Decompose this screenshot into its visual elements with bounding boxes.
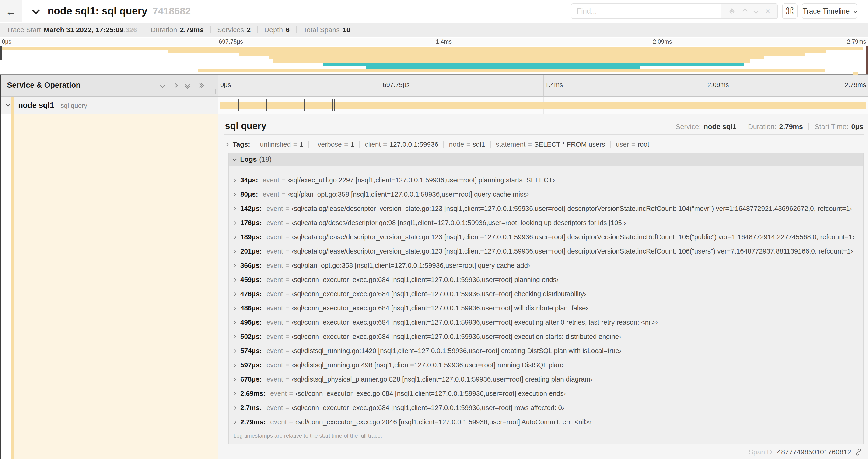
view-selector-button[interactable]: Trace Timeline bbox=[802, 3, 857, 19]
minimap-span bbox=[0, 47, 863, 50]
log-row[interactable]: 574μs:event=‹sql/distsql_running.go:1420… bbox=[233, 344, 863, 358]
collapse-trace-chevron-icon[interactable] bbox=[32, 6, 40, 14]
expand-one-icon[interactable] bbox=[173, 83, 178, 88]
deep-link-icon[interactable] bbox=[855, 448, 862, 456]
log-row[interactable]: 495μs:event=‹sql/conn_executor_exec.go:6… bbox=[233, 315, 863, 330]
tags-row[interactable]: Tags: _unfinished=1_verbose=1client=127.… bbox=[225, 138, 649, 151]
find-prev-icon[interactable] bbox=[742, 9, 748, 14]
chevron-right-icon bbox=[233, 363, 236, 367]
log-row[interactable]: 476μs:event=‹sql/conn_executor_exec.go:6… bbox=[233, 287, 863, 301]
locate-icon[interactable] bbox=[728, 7, 736, 15]
log-field-key: event bbox=[267, 276, 283, 284]
tick-label: 0μs bbox=[0, 38, 11, 45]
log-equals: = bbox=[282, 176, 286, 184]
log-row[interactable]: 2.69ms:event=‹sql/conn_executor_exec.go:… bbox=[233, 387, 863, 401]
span-id-value: 4877749850101760812 bbox=[777, 448, 851, 456]
log-row[interactable]: 189μs:event=‹sql/catalog/lease/descripto… bbox=[233, 230, 863, 244]
find-clear-icon[interactable]: × bbox=[765, 7, 770, 15]
find-input[interactable] bbox=[571, 4, 720, 19]
span-collapse-chevron-icon[interactable] bbox=[6, 102, 10, 107]
log-equals: = bbox=[285, 361, 289, 369]
top-bar: ← node sql1: sql query7418682 × ⌘ Trace … bbox=[0, 0, 868, 22]
log-marker bbox=[264, 99, 264, 111]
minimap-right-scrubber[interactable] bbox=[866, 46, 868, 74]
minimap-span bbox=[198, 69, 825, 72]
log-row[interactable]: 597μs:event=‹sql/distsql_running.go:498 … bbox=[233, 358, 863, 372]
log-equals: = bbox=[285, 262, 289, 269]
collapse-one-icon[interactable] bbox=[160, 83, 165, 88]
minimap-span bbox=[853, 72, 859, 75]
minimap-left-scrubber[interactable] bbox=[0, 46, 2, 60]
back-button[interactable]: ← bbox=[0, 0, 22, 22]
minimap-span bbox=[366, 66, 640, 69]
tick-label: 697.75μs bbox=[217, 38, 243, 45]
log-marker bbox=[326, 99, 327, 111]
log-timestamp: 80μs: bbox=[240, 191, 258, 198]
log-row[interactable]: 201μs:event=‹sql/catalog/lease/descripto… bbox=[233, 244, 863, 258]
log-row[interactable]: 176μs:event=‹sql/catalog/descs/descripto… bbox=[233, 216, 863, 230]
log-row[interactable]: 34μs:event=‹sql/exec_util.go:2297 [nsql1… bbox=[233, 173, 863, 187]
info-label: Trace Start bbox=[6, 26, 41, 34]
logs-title: Logs bbox=[240, 155, 257, 163]
chevron-right-icon bbox=[233, 193, 236, 196]
tag-value: SELECT * FROM users bbox=[534, 141, 605, 148]
expanded-row-indent-column bbox=[13, 114, 218, 459]
span-duration-bar[interactable] bbox=[220, 102, 866, 109]
log-row[interactable]: 366μs:event=‹sql/plan_opt.go:358 [nsql1,… bbox=[233, 258, 863, 273]
trace-info-bar: Trace StartMarch 31 2022, 17:25:09.326Du… bbox=[0, 23, 868, 37]
log-marker bbox=[352, 99, 353, 111]
find-next-icon[interactable] bbox=[753, 9, 759, 14]
chevron-right-icon bbox=[233, 264, 236, 267]
log-row[interactable]: 678μs:event=‹sql/distsql_physical_planne… bbox=[233, 372, 863, 387]
log-row[interactable]: 459μs:event=‹sql/conn_executor_exec.go:6… bbox=[233, 273, 863, 287]
span-name-cell[interactable]: node sql1sql query bbox=[0, 97, 218, 114]
chevron-right-icon bbox=[233, 349, 236, 352]
log-row[interactable]: 502μs:event=‹sql/conn_executor_exec.go:6… bbox=[233, 330, 863, 344]
log-row[interactable]: 2.7ms:event=‹sql/conn_executor_exec.go:6… bbox=[233, 401, 863, 415]
tag-key: _verbose bbox=[314, 141, 342, 148]
log-field-key: event bbox=[267, 219, 283, 227]
log-equals: = bbox=[285, 304, 289, 312]
log-field-value: ‹sql/conn_executor_exec.go:684 [nsql1,cl… bbox=[292, 304, 588, 312]
log-equals: = bbox=[285, 233, 289, 241]
info-label: Total Spans bbox=[303, 26, 340, 34]
log-field-value: ‹sql/distsql_physical_planner.go:828 [ns… bbox=[292, 375, 593, 383]
logs-header[interactable]: Logs (18) bbox=[229, 153, 863, 166]
log-field-key: event bbox=[263, 191, 279, 198]
log-field-value: ‹sql/conn_executor_exec.go:684 [nsql1,cl… bbox=[292, 404, 564, 412]
info-value: 2.79ms bbox=[180, 26, 204, 34]
log-timestamp: 495μs: bbox=[240, 319, 262, 326]
chevron-right-icon bbox=[233, 392, 236, 395]
timeline-minimap[interactable] bbox=[0, 46, 868, 75]
span-bar-cell bbox=[218, 97, 868, 114]
tag-divider bbox=[490, 141, 491, 147]
log-equals: = bbox=[289, 418, 293, 426]
minimap-span bbox=[274, 60, 750, 63]
log-row[interactable]: 142μs:event=‹sql/catalog/lease/descripto… bbox=[233, 201, 863, 216]
expand-all-icon[interactable] bbox=[198, 84, 203, 87]
collapse-all-icon[interactable] bbox=[186, 83, 189, 88]
log-field-value: ‹sql/plan_opt.go:358 [nsql1,client=127.0… bbox=[288, 191, 529, 198]
log-row[interactable]: 486μs:event=‹sql/conn_executor_exec.go:6… bbox=[233, 301, 863, 315]
chevron-right-icon bbox=[233, 235, 236, 239]
log-timestamp: 34μs: bbox=[240, 176, 258, 184]
info-divider bbox=[144, 26, 144, 33]
trace-page: ← node sql1: sql query7418682 × ⌘ Trace … bbox=[0, 0, 868, 459]
log-row[interactable]: 2.79ms:event=‹sql/conn_executor_exec.go:… bbox=[233, 415, 863, 429]
log-timestamp: 597μs: bbox=[240, 361, 262, 369]
log-field-key: event bbox=[267, 347, 283, 355]
service-operation-header: Service & Operation bbox=[0, 75, 218, 97]
command-icon: ⌘ bbox=[785, 6, 795, 17]
minimap-span bbox=[168, 50, 827, 53]
keyboard-shortcuts-button[interactable]: ⌘ bbox=[782, 3, 798, 19]
log-marker bbox=[334, 99, 335, 111]
info-value: 2 bbox=[247, 26, 251, 34]
trace-id: 7418682 bbox=[153, 6, 191, 17]
span-operation-name: sql query bbox=[61, 102, 87, 109]
log-row[interactable]: 80μs:event=‹sql/plan_opt.go:358 [nsql1,c… bbox=[233, 187, 863, 201]
collapser-controls bbox=[161, 83, 203, 88]
tags-label: Tags: bbox=[232, 141, 250, 148]
column-resizer-grip[interactable] bbox=[214, 89, 216, 94]
left-gutter bbox=[1, 114, 11, 459]
left-edge-scrollbar[interactable] bbox=[0, 75, 1, 459]
